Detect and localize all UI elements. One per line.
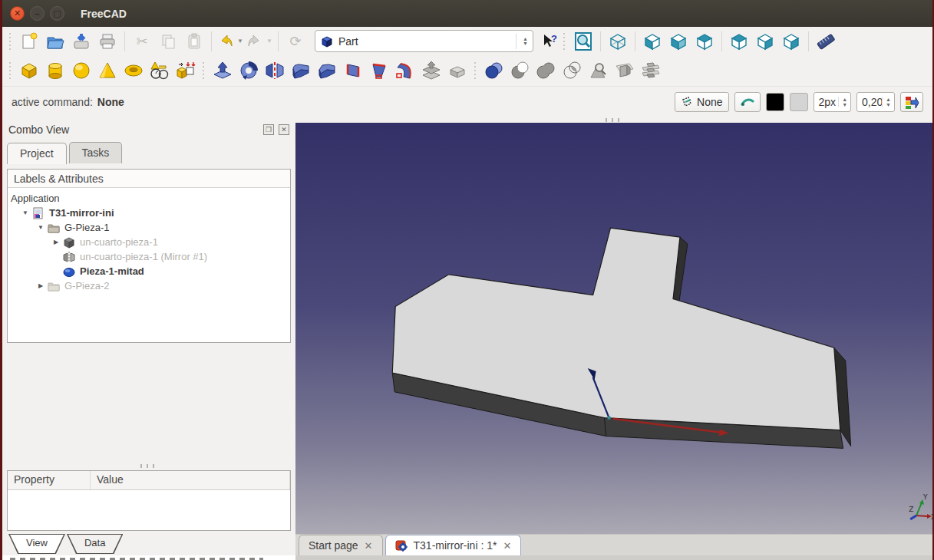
part-chamfer-button[interactable] xyxy=(314,59,340,83)
toolbar-handle[interactable] xyxy=(8,62,14,79)
left-view-button[interactable] xyxy=(778,29,804,53)
part-primitives-button[interactable] xyxy=(147,59,173,83)
part-torus-button[interactable] xyxy=(120,59,147,83)
tree-item-document[interactable]: ▼ T31-mirror-ini xyxy=(11,206,290,220)
part-offset-button[interactable] xyxy=(418,59,444,83)
new-document-button[interactable] xyxy=(16,29,42,53)
part-cone-button[interactable] xyxy=(94,59,120,83)
tree-item-mirror[interactable]: un-cuarto-pieza-1 (Mirror #1) xyxy=(11,249,290,264)
part-cut-button[interactable] xyxy=(507,59,533,83)
toolbar-handle[interactable] xyxy=(8,33,14,50)
expander-closed-icon[interactable]: ▶ xyxy=(37,282,45,289)
redo-button[interactable] xyxy=(245,29,265,53)
panel-splitter[interactable] xyxy=(140,464,157,468)
part-cross-sections-button[interactable] xyxy=(638,59,664,83)
undo-button[interactable] xyxy=(216,29,236,53)
scale-spin-arrows[interactable]: ▲▼ xyxy=(882,97,894,107)
copy-button[interactable] xyxy=(155,29,181,53)
tree-header[interactable]: Labels & Attributes xyxy=(8,170,290,188)
part-cross-section-button[interactable] xyxy=(612,59,638,83)
expander-closed-icon[interactable]: ▶ xyxy=(52,239,60,245)
bottom-view-button[interactable] xyxy=(752,29,778,53)
tab-tasks[interactable]: Tasks xyxy=(69,142,123,163)
undo-dropdown[interactable]: ▼ xyxy=(236,38,245,44)
tab-data[interactable]: Data xyxy=(67,534,123,554)
part-intersection-button[interactable] xyxy=(559,59,586,83)
fit-all-button[interactable] xyxy=(570,29,596,53)
rear-view-button[interactable] xyxy=(726,29,752,53)
maximize-button[interactable]: ▢ xyxy=(50,6,64,21)
close-panel-button[interactable]: ✕ xyxy=(279,124,289,135)
tab-start-page[interactable]: Start page ✕ xyxy=(299,535,383,555)
cross-section-icon xyxy=(614,60,635,81)
refresh-icon: ⟳ xyxy=(289,35,301,48)
workbench-spin-arrows[interactable]: ▲▼ xyxy=(516,34,528,49)
cut-button[interactable]: ✂ xyxy=(129,29,155,53)
part-ruled-surface-button[interactable] xyxy=(340,59,366,83)
part-fillet-button[interactable] xyxy=(288,59,314,83)
check-geometry-icon xyxy=(588,60,609,81)
close-tab-icon[interactable]: ✕ xyxy=(503,540,511,552)
part-loft-button[interactable] xyxy=(366,59,392,83)
toolbar-handle[interactable] xyxy=(201,62,207,79)
column-header-property[interactable]: Property xyxy=(8,471,91,489)
tree-item-quarter[interactable]: ▶ un-cuarto-pieza-1 xyxy=(11,235,290,249)
tab-project[interactable]: Project xyxy=(7,143,67,164)
apply-style-button[interactable] xyxy=(900,92,923,112)
column-header-value[interactable]: Value xyxy=(91,471,290,489)
part-mirror-button[interactable] xyxy=(262,59,288,83)
part-shape-builder-button[interactable] xyxy=(173,59,199,83)
viewport-top-strip xyxy=(295,117,932,123)
toolbar-handle[interactable] xyxy=(473,62,479,79)
save-document-button[interactable] xyxy=(68,29,94,53)
part-revolve-button[interactable] xyxy=(236,59,262,83)
close-tab-icon[interactable]: ✕ xyxy=(365,540,373,552)
redo-dropdown[interactable]: ▼ xyxy=(265,38,274,44)
part-box-button[interactable] xyxy=(16,59,42,83)
toolbar-handle[interactable] xyxy=(562,33,568,50)
close-button[interactable]: ✕ xyxy=(10,6,25,21)
print-button[interactable] xyxy=(94,29,120,53)
part-boolean-button[interactable] xyxy=(481,59,507,83)
copy-icon xyxy=(159,32,177,51)
whats-this-button[interactable]: ? xyxy=(540,29,559,53)
measure-distance-button[interactable] xyxy=(813,29,839,53)
working-plane-button[interactable]: None xyxy=(675,92,728,112)
line-color-swatch[interactable] xyxy=(766,93,784,111)
axonometric-view-button[interactable] xyxy=(605,29,631,53)
part-check-geometry-button[interactable] xyxy=(586,59,612,83)
float-panel-button[interactable]: ❐ xyxy=(263,124,274,135)
paste-button[interactable] xyxy=(181,29,207,53)
folder-icon xyxy=(48,280,60,292)
top-view-button[interactable] xyxy=(665,29,691,53)
part-thickness-button[interactable] xyxy=(444,59,470,83)
face-color-swatch[interactable] xyxy=(790,93,808,111)
part-union-button[interactable] xyxy=(533,59,559,83)
construction-mode-button[interactable] xyxy=(734,92,761,112)
tree-item-group1[interactable]: ▼ G-Pieza-1 xyxy=(11,220,290,235)
open-document-button[interactable] xyxy=(42,29,68,53)
workbench-selector[interactable]: Part ▲▼ xyxy=(315,30,533,52)
scale-spinbox[interactable]: 0,20 ▲▼ xyxy=(856,92,895,112)
line-width-spin-arrows[interactable]: ▲▼ xyxy=(838,97,850,107)
part-sphere-button[interactable] xyxy=(68,59,94,83)
viewport-splitter[interactable] xyxy=(606,118,622,122)
part-cylinder-button[interactable] xyxy=(42,59,68,83)
front-view-button[interactable] xyxy=(639,29,665,53)
refresh-button[interactable]: ⟳ xyxy=(282,29,309,53)
tree-item-group2[interactable]: ▶ G-Pieza-2 xyxy=(11,278,290,293)
top-view-icon xyxy=(668,31,688,51)
tab-document[interactable]: T31-mirror-ini : 1* ✕ xyxy=(385,535,522,555)
expander-open-icon[interactable]: ▼ xyxy=(37,224,45,231)
tab-view[interactable]: View xyxy=(8,534,65,554)
minimize-button[interactable]: – xyxy=(30,6,45,21)
part-extrude-button[interactable] xyxy=(210,59,236,83)
separator xyxy=(808,31,809,51)
right-view-button[interactable] xyxy=(691,29,718,53)
part-sweep-button[interactable] xyxy=(392,59,418,83)
expander-open-icon[interactable]: ▼ xyxy=(21,209,29,216)
tree-item-half[interactable]: Pieza-1-mitad xyxy=(11,264,290,278)
3d-viewport[interactable]: Z Y X xyxy=(295,123,932,534)
tree-root[interactable]: Application xyxy=(11,191,290,206)
line-width-spinbox[interactable]: 2px ▲▼ xyxy=(814,92,852,112)
